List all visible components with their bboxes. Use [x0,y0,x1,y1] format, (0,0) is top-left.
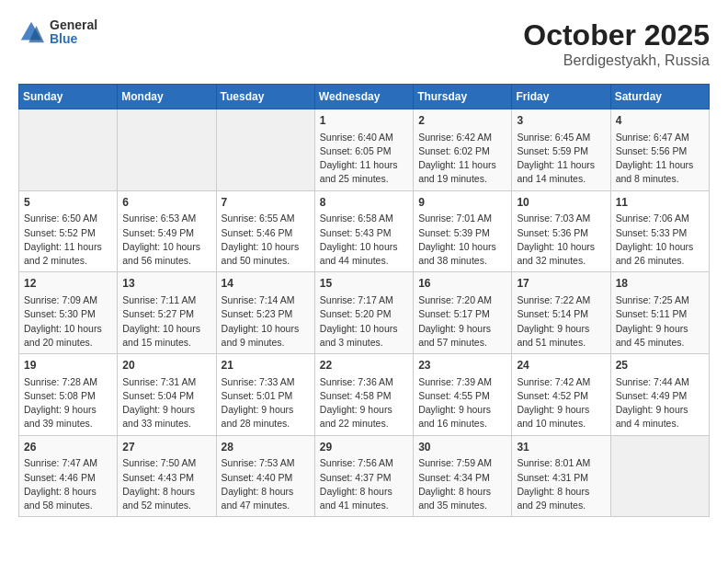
day-number: 3 [517,113,605,129]
day-number: 14 [222,276,310,292]
day-number: 27 [122,440,210,455]
calendar-cell: 3Sunrise: 6:45 AMSunset: 5:59 PMDaylight… [512,109,610,191]
day-number: 1 [320,113,408,129]
sunrise: Sunrise: 8:01 AM [517,457,590,468]
sunset: Sunset: 5:49 PM [122,227,194,238]
daylight: Daylight: 10 hours and 20 minutes. [24,323,102,348]
daylight: Daylight: 10 hours and 26 minutes. [616,241,694,266]
logo-blue: Blue [50,32,97,46]
day-number: 15 [320,276,408,292]
logo-general: General [50,18,97,32]
calendar-cell: 18Sunrise: 7:25 AMSunset: 5:11 PMDayligh… [610,272,709,354]
day-info: Sunrise: 7:36 AMSunset: 4:58 PMDaylight:… [320,375,408,431]
daylight: Daylight: 9 hours and 4 minutes. [616,404,688,429]
sunrise: Sunrise: 7:06 AM [616,213,689,224]
calendar-cell: 17Sunrise: 7:22 AMSunset: 5:14 PMDayligh… [512,272,610,354]
calendar-cell: 25Sunrise: 7:44 AMSunset: 4:49 PMDayligh… [610,354,709,436]
day-number: 6 [122,195,210,211]
day-number: 5 [24,195,112,211]
daylight: Daylight: 9 hours and 51 minutes. [517,323,589,348]
daylight: Daylight: 11 hours and 8 minutes. [616,159,694,184]
daylight: Daylight: 11 hours and 14 minutes. [517,159,595,184]
sunset: Sunset: 5:33 PM [616,227,688,238]
daylight: Daylight: 9 hours and 39 minutes. [24,404,97,429]
calendar-week-row: 12Sunrise: 7:09 AMSunset: 5:30 PMDayligh… [19,272,710,354]
sunset: Sunset: 5:43 PM [320,227,392,238]
sunrise: Sunrise: 6:50 AM [24,213,97,224]
weekday-header-sunday: Sunday [19,85,118,109]
sunrise: Sunrise: 7:31 AM [122,376,196,387]
daylight: Daylight: 8 hours and 58 minutes. [24,486,97,511]
day-info: Sunrise: 6:45 AMSunset: 5:59 PMDaylight:… [517,131,605,187]
sunrise: Sunrise: 6:53 AM [122,213,196,224]
day-info: Sunrise: 6:42 AMSunset: 6:02 PMDaylight:… [418,131,506,187]
day-info: Sunrise: 6:58 AMSunset: 5:43 PMDaylight:… [320,212,408,268]
day-number: 23 [418,358,506,373]
calendar-week-row: 19Sunrise: 7:28 AMSunset: 5:08 PMDayligh… [19,354,710,436]
day-number: 9 [418,195,506,211]
day-number: 4 [616,113,704,129]
sunrise: Sunrise: 6:47 AM [616,132,689,143]
day-number: 17 [517,276,605,292]
calendar-cell: 15Sunrise: 7:17 AMSunset: 5:20 PMDayligh… [314,272,413,354]
day-number: 19 [24,358,112,373]
day-number: 24 [517,358,605,373]
sunrise: Sunrise: 7:11 AM [122,294,196,305]
sunrise: Sunrise: 6:55 AM [222,213,295,224]
logo-icon [18,19,44,45]
daylight: Daylight: 9 hours and 28 minutes. [222,404,294,429]
sunrise: Sunrise: 7:25 AM [616,294,689,305]
sunset: Sunset: 5:23 PM [222,308,293,319]
calendar-title: October 2025 [523,18,710,52]
calendar-table: SundayMondayTuesdayWednesdayThursdayFrid… [18,84,710,517]
day-number: 10 [517,195,605,211]
calendar-subtitle: Berdigestyakh, Russia [523,52,710,69]
sunrise: Sunrise: 7:50 AM [122,457,196,468]
daylight: Daylight: 9 hours and 33 minutes. [122,404,195,429]
daylight: Daylight: 11 hours and 25 minutes. [320,159,398,184]
daylight: Daylight: 10 hours and 32 minutes. [517,241,595,266]
day-number: 30 [418,440,506,455]
sunset: Sunset: 5:56 PM [616,145,688,156]
day-info: Sunrise: 6:50 AMSunset: 5:52 PMDaylight:… [24,212,112,268]
sunrise: Sunrise: 6:42 AM [418,132,492,143]
day-info: Sunrise: 7:39 AMSunset: 4:55 PMDaylight:… [418,375,506,431]
sunrise: Sunrise: 7:09 AM [24,294,97,305]
daylight: Daylight: 9 hours and 45 minutes. [616,323,688,348]
sunset: Sunset: 5:01 PM [222,390,293,401]
calendar-cell [118,109,216,191]
day-info: Sunrise: 7:28 AMSunset: 5:08 PMDaylight:… [24,375,112,431]
sunrise: Sunrise: 7:22 AM [517,294,590,305]
day-number: 16 [418,276,506,292]
sunrise: Sunrise: 7:14 AM [222,294,295,305]
day-info: Sunrise: 7:17 AMSunset: 5:20 PMDaylight:… [320,293,408,350]
calendar-cell [19,109,118,191]
sunrise: Sunrise: 7:56 AM [320,457,393,468]
daylight: Daylight: 8 hours and 35 minutes. [418,486,491,511]
calendar-cell [216,109,314,191]
sunset: Sunset: 6:02 PM [418,145,490,156]
calendar-cell: 21Sunrise: 7:33 AMSunset: 5:01 PMDayligh… [216,354,314,436]
day-number: 28 [222,440,310,455]
calendar-week-row: 1Sunrise: 6:40 AMSunset: 6:05 PMDaylight… [19,109,710,191]
sunset: Sunset: 4:55 PM [418,390,490,401]
sunrise: Sunrise: 7:39 AM [418,376,492,387]
logo: General Blue [18,18,97,47]
day-info: Sunrise: 7:25 AMSunset: 5:11 PMDaylight:… [616,293,704,350]
sunset: Sunset: 5:39 PM [418,227,490,238]
sunset: Sunset: 4:34 PM [418,472,490,483]
day-info: Sunrise: 7:50 AMSunset: 4:43 PMDaylight:… [122,456,210,512]
daylight: Daylight: 8 hours and 41 minutes. [320,486,392,511]
weekday-header-thursday: Thursday [414,85,512,109]
daylight: Daylight: 11 hours and 2 minutes. [24,241,102,266]
day-number: 18 [616,276,704,292]
daylight: Daylight: 10 hours and 44 minutes. [320,241,398,266]
day-info: Sunrise: 7:31 AMSunset: 5:04 PMDaylight:… [122,375,210,431]
sunrise: Sunrise: 7:17 AM [320,294,393,305]
daylight: Daylight: 9 hours and 10 minutes. [517,404,589,429]
day-number: 22 [320,358,408,373]
day-number: 25 [616,358,704,373]
sunset: Sunset: 5:14 PM [517,308,588,319]
sunset: Sunset: 5:17 PM [418,308,490,319]
weekday-header-row: SundayMondayTuesdayWednesdayThursdayFrid… [19,85,710,109]
